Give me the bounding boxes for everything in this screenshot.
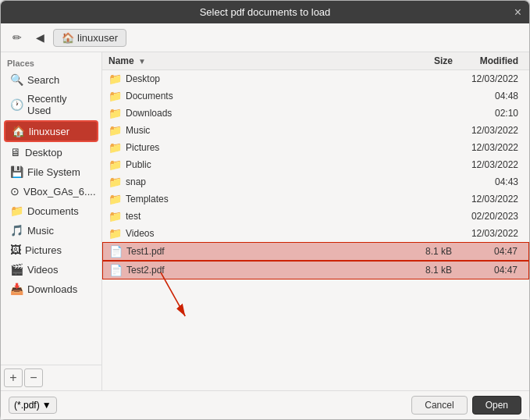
file-name: snap (126, 176, 146, 187)
file-name-cell: 📁 Public (108, 158, 398, 171)
file-name: Test1.pdf (126, 246, 165, 257)
file-name: Downloads (126, 108, 172, 119)
folder-file-icon: 📁 (108, 210, 122, 222)
sidebar-item-search[interactable]: 🔍Search (4, 70, 98, 89)
file-row[interactable]: 📁 test 02/20/2023 (102, 208, 529, 225)
file-size: 8.1 kB (397, 265, 452, 276)
pictures-icon: 🖼 (10, 244, 21, 256)
sidebar-item-file-system[interactable]: 💾File System (4, 162, 98, 181)
file-row[interactable]: 📄 Test2.pdf 8.1 kB 04:47 (102, 261, 529, 279)
documents-icon: 📁 (10, 205, 23, 217)
sidebar-actions: + − (1, 365, 101, 390)
file-modified: 12/03/2022 (453, 194, 523, 205)
file-name-cell: 📁 test (108, 210, 398, 222)
filter-dropdown[interactable]: (*.pdf) ▼ (9, 397, 57, 414)
back-button[interactable]: ◀ (30, 28, 50, 47)
sidebar-item-documents[interactable]: 📁Documents (4, 201, 98, 220)
folder-file-icon: 📁 (108, 158, 122, 171)
sidebar-item-label: Videos (27, 264, 59, 276)
folder-file-icon: 📁 (108, 73, 122, 85)
footer: (*.pdf) ▼ Cancel Open (1, 390, 529, 419)
cancel-button[interactable]: Cancel (411, 396, 467, 415)
file-row[interactable]: 📁 snap 04:43 (102, 173, 529, 190)
file-row[interactable]: 📁 Music 12/03/2022 (102, 122, 529, 139)
file-size: 8.1 kB (397, 246, 452, 257)
folder-icon: 🏠 (62, 32, 74, 44)
sidebar-item-videos[interactable]: 🎬Videos (4, 260, 98, 279)
open-button[interactable]: Open (472, 396, 521, 415)
file-row[interactable]: 📁 Templates 12/03/2022 (102, 190, 529, 208)
file-name: Public (126, 159, 151, 170)
file-name: Music (126, 125, 150, 136)
file-row[interactable]: 📁 Documents 04:48 (102, 87, 529, 105)
file-list-header: Name ▼ Size Modified (102, 52, 529, 70)
sidebar-item-downloads[interactable]: 📥Downloads (4, 279, 98, 298)
search-icon: 🔍 (10, 73, 23, 86)
file-name-cell: 📁 Documents (108, 90, 398, 102)
folder-file-icon: 📁 (108, 141, 122, 154)
sidebar-item-pictures[interactable]: 🖼Pictures (4, 240, 98, 259)
breadcrumb-label: linuxuser (77, 32, 118, 44)
main-area: Places 🔍Search🕐Recently Used🏠linuxuser🖥D… (1, 52, 529, 390)
breadcrumb-button[interactable]: 🏠 linuxuser (53, 29, 126, 47)
file-modified: 04:48 (453, 91, 523, 101)
file-area: Name ▼ Size Modified 📁 De (102, 52, 529, 390)
file-name-cell: 📁 Downloads (108, 107, 398, 119)
file-row[interactable]: 📁 Downloads 02:10 (102, 105, 529, 122)
file-modified: 12/03/2022 (453, 228, 523, 239)
file-row[interactable]: 📄 Test1.pdf 8.1 kB 04:47 (102, 242, 529, 261)
file-row[interactable]: 📁 Videos 12/03/2022 (102, 225, 529, 242)
sidebar-item-label: Search (27, 74, 59, 86)
file-list: 📁 Desktop 12/03/2022 📁 Documents 04:48 📁… (102, 70, 529, 390)
remove-place-button[interactable]: − (24, 368, 43, 387)
sidebar-item-label: Music (27, 225, 54, 237)
sidebar-item-label: File System (27, 166, 80, 178)
sidebar-item-vbox[interactable]: ⊙VBox_GAs_6.... (4, 182, 98, 201)
file-name-cell: 📁 Music (108, 124, 398, 137)
pencil-button[interactable]: ✏ (7, 28, 27, 47)
sidebar-item-music[interactable]: 🎵Music (4, 221, 98, 240)
close-button[interactable]: × (514, 6, 521, 19)
file-name: Pictures (126, 142, 159, 153)
header-name: Name ▼ (108, 55, 398, 66)
file-name: Test2.pdf (126, 265, 165, 276)
file-modified: 02:10 (453, 108, 523, 119)
file-row[interactable]: 📁 Desktop 12/03/2022 (102, 70, 529, 87)
sidebar-item-label: Documents (27, 205, 79, 217)
toolbar: ✏ ◀ 🏠 linuxuser (1, 23, 529, 52)
file-modified: 12/03/2022 (453, 142, 523, 153)
folder-file-icon: 📁 (108, 124, 122, 137)
file-name-cell: 📄 Test2.pdf (109, 264, 397, 276)
file-modified: 04:43 (453, 176, 523, 187)
sidebar-item-recently-used[interactable]: 🕐Recently Used (4, 90, 98, 119)
file-row[interactable]: 📁 Pictures 12/03/2022 (102, 139, 529, 156)
header-size: Size (398, 55, 453, 66)
file-modified: 04:47 (452, 246, 522, 257)
filter-label: (*.pdf) (14, 400, 40, 411)
sort-arrow: ▼ (138, 57, 146, 66)
sidebar-item-desktop[interactable]: 🖥Desktop (4, 143, 98, 162)
file-row[interactable]: 📁 Public 12/03/2022 (102, 156, 529, 173)
places-label: Places (1, 52, 101, 69)
sidebar-item-label: linuxuser (29, 126, 69, 137)
sidebar-item-label: Desktop (25, 147, 62, 158)
file-name: test (126, 211, 141, 222)
file-modified: 12/03/2022 (453, 73, 523, 84)
file-name-cell: 📁 Pictures (108, 141, 398, 154)
pdf-file-icon: 📄 (109, 264, 123, 276)
file-name: Templates (126, 194, 169, 205)
linuxuser-icon: 🏠 (12, 125, 25, 137)
filter-arrow-icon: ▼ (42, 400, 52, 411)
music-icon: 🎵 (10, 224, 23, 237)
folder-file-icon: 📁 (108, 176, 122, 188)
folder-file-icon: 📁 (108, 227, 122, 240)
file-name: Desktop (126, 73, 160, 84)
recently-used-icon: 🕐 (10, 98, 23, 111)
downloads-icon: 📥 (10, 283, 23, 295)
sidebar-item-label: Recently Used (27, 93, 92, 116)
sidebar-item-label: Pictures (25, 244, 62, 256)
sidebar-item-linuxuser[interactable]: 🏠linuxuser (4, 120, 98, 142)
file-name: Documents (126, 91, 173, 101)
add-place-button[interactable]: + (4, 368, 23, 387)
file-modified: 02/20/2023 (453, 211, 523, 222)
